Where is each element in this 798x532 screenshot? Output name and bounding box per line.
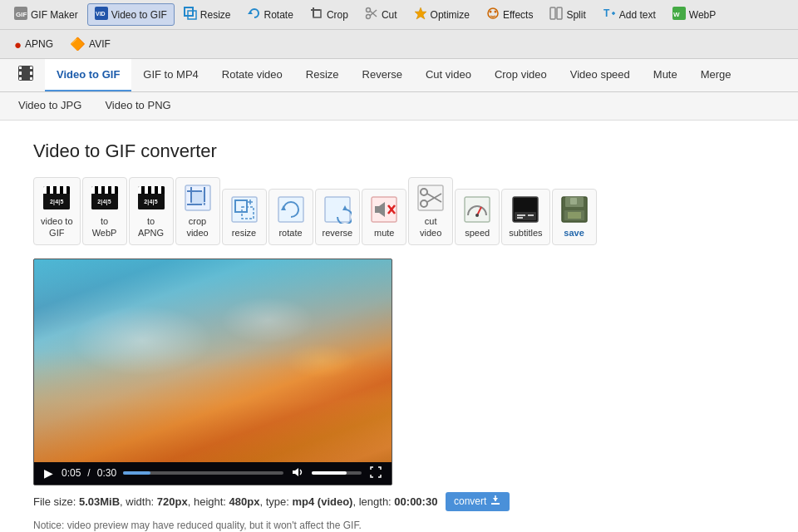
svg-text:T: T [603, 7, 610, 19]
toolbar-resize[interactable]: Resize [176, 3, 239, 26]
svg-rect-70 [491, 503, 500, 505]
svg-rect-29 [30, 66, 32, 69]
tab-gif-to-mp4[interactable]: GIF to MP4 [131, 59, 209, 91]
video-preview [34, 259, 392, 462]
volume-button[interactable] [290, 466, 305, 480]
toolbar-rotate[interactable]: Rotate [240, 3, 301, 26]
svg-rect-26 [19, 66, 22, 69]
play-icon: ▶ [44, 466, 53, 480]
svg-marker-69 [293, 468, 298, 476]
add-text-icon: T [603, 7, 616, 22]
toolbar-avif[interactable]: 🔶 AVIF [62, 33, 118, 55]
fullscreen-icon [370, 466, 382, 480]
file-info: File size: 5.03MiB, width: 720px, height… [33, 492, 765, 511]
tool-resize-icon [229, 195, 259, 224]
file-size: 5.03MiB [79, 495, 120, 507]
tool-cut-video-icon [416, 183, 446, 213]
tool-rotate-icon [276, 195, 306, 224]
svg-marker-6 [248, 11, 253, 14]
tab-reverse[interactable]: Reverse [351, 59, 414, 91]
tab-rotate-video[interactable]: Rotate video [210, 59, 294, 91]
avif-icon: 🔶 [70, 37, 86, 52]
tab-video-to-jpg[interactable]: Video to JPG [7, 92, 93, 120]
svg-line-12 [370, 10, 377, 16]
svg-point-17 [494, 11, 496, 13]
tab-crop-video[interactable]: Crop video [483, 59, 559, 91]
tool-cut-video[interactable]: cutvideo [408, 177, 453, 245]
tool-mute-icon [369, 195, 399, 224]
crop-icon [310, 7, 323, 22]
total-time: 0:30 [97, 467, 116, 479]
svg-rect-4 [185, 7, 193, 16]
progress-bar[interactable] [123, 471, 283, 475]
volume-bar-fill [312, 471, 347, 475]
tab-mute[interactable]: Mute [642, 59, 689, 91]
tool-speed-icon [462, 195, 492, 224]
toolbar-effects[interactable]: Effects [479, 3, 540, 26]
toolbar-webp[interactable]: W WebP [665, 3, 723, 26]
optimize-icon [414, 7, 427, 22]
tab-video-speed[interactable]: Video speed [559, 59, 642, 91]
tool-to-webp[interactable]: 2|4|5 toWebP [82, 177, 127, 245]
file-height: 480px [229, 495, 260, 507]
tool-to-apng-icon: 2|4|5 [136, 183, 166, 213]
svg-rect-66 [570, 198, 577, 204]
tool-to-webp-icon: 2|4|5 [90, 183, 120, 213]
tool-to-apng[interactable]: 2|4|5 toAPNG [129, 177, 174, 245]
webp-icon: W [672, 7, 686, 22]
svg-text:W: W [673, 11, 680, 18]
tab-film-icon[interactable] [7, 59, 45, 91]
svg-rect-56 [465, 197, 490, 222]
effects-icon [486, 7, 500, 22]
svg-rect-37 [191, 191, 204, 204]
volume-bar[interactable] [312, 471, 362, 475]
progress-bar-fill [123, 471, 150, 475]
tool-speed[interactable]: speed [455, 189, 500, 244]
toolbar-split[interactable]: Split [542, 3, 593, 26]
tab-video-to-png[interactable]: Video to PNG [93, 92, 182, 120]
volume-icon [292, 466, 303, 480]
play-button[interactable]: ▶ [42, 466, 55, 480]
tool-save[interactable]: save [552, 189, 597, 244]
toolbar-add-text[interactable]: T Add text [595, 3, 663, 26]
video-controls: ▶ 0:05 / 0:30 [34, 462, 392, 485]
video-to-gif-icon: VID [95, 7, 108, 22]
convert-button[interactable]: convert [446, 492, 510, 511]
toolbar-optimize[interactable]: Optimize [406, 3, 477, 26]
svg-rect-9 [313, 10, 321, 17]
svg-text:VID: VID [96, 11, 106, 17]
tab-video-to-gif[interactable]: Video to GIF [45, 59, 131, 91]
convert-label: convert [454, 495, 486, 507]
tab-bar-row2: Video to JPG Video to PNG [0, 92, 798, 121]
tool-video-to-gif-icon: 2|4|5 [42, 183, 71, 213]
tool-resize[interactable]: resize [222, 189, 267, 244]
convert-download-icon [490, 495, 501, 509]
svg-text:GIF: GIF [16, 11, 27, 18]
tool-subtitles[interactable]: subtitles [501, 189, 549, 244]
svg-marker-14 [415, 7, 426, 19]
svg-point-16 [489, 11, 491, 13]
file-type: mp4 (video) [293, 495, 353, 507]
toolbar-cut[interactable]: Cut [357, 3, 405, 26]
toolbar-apng[interactable]: ● APNG [7, 34, 61, 55]
svg-rect-31 [30, 77, 32, 80]
svg-rect-18 [550, 7, 555, 19]
tab-bar: Video to GIF GIF to MP4 Rotate video Res… [0, 59, 798, 92]
tool-video-to-gif[interactable]: 2|4|5 video toGIF [33, 177, 81, 245]
tool-subtitles-icon [510, 195, 540, 224]
tab-cut-video[interactable]: Cut video [414, 59, 483, 91]
tool-mute[interactable]: mute [362, 189, 406, 244]
svg-rect-60 [515, 212, 536, 220]
tool-crop-video[interactable]: cropvideo [175, 177, 220, 245]
tab-resize[interactable]: Resize [294, 59, 351, 91]
page-title: Video to GIF converter [33, 140, 765, 162]
resize-icon [184, 7, 197, 22]
toolbar-crop[interactable]: Crop [303, 3, 356, 26]
fullscreen-button[interactable] [368, 466, 383, 480]
toolbar-gif-maker[interactable]: GIF GIF Maker [7, 3, 86, 26]
tab-merge[interactable]: Merge [689, 59, 743, 91]
toolbar-video-to-gif[interactable]: VID Video to GIF [87, 3, 175, 26]
tool-rotate[interactable]: rotate [268, 189, 313, 244]
tool-reverse[interactable]: reverse [315, 189, 361, 244]
current-time: 0:05 [62, 467, 81, 479]
